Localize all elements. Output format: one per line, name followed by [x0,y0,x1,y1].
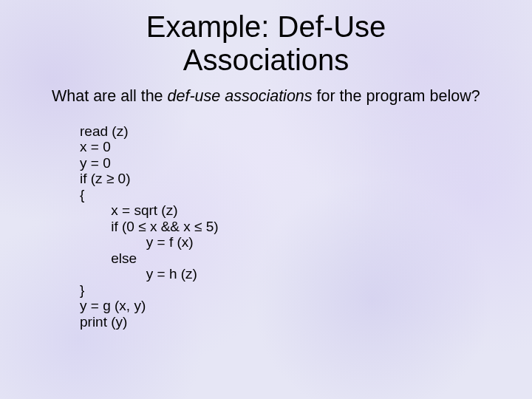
code-line: y = 0 [80,155,111,171]
title-line-2: Associations [183,44,349,76]
code-line: y = f (x) [80,234,194,250]
slide: Example: Def-Use Associations What are a… [0,0,532,399]
slide-title: Example: Def-Use Associations [30,10,502,77]
code-line: read (z) [80,123,128,139]
code-line: } [80,282,84,298]
question-prefix: What are all the [52,87,168,105]
question-text: What are all the def-use associations fo… [52,87,502,106]
question-italic: def-use associations [168,87,313,105]
code-block: read (z) x = 0 y = 0 if (z ≥ 0) { x = sq… [80,123,502,330]
code-line: { [80,187,84,202]
code-line: print (y) [80,314,127,330]
code-line: if (0 ≤ x && x ≤ 5) [80,219,219,234]
question-suffix: for the program below? [313,87,480,105]
code-line: y = h (z) [80,266,197,282]
code-line: else [80,250,137,266]
code-line: if (z ≥ 0) [80,171,131,186]
code-line: x = sqrt (z) [80,202,178,218]
title-line-1: Example: Def-Use [146,10,386,43]
code-line: x = 0 [80,139,111,154]
code-line: y = g (x, y) [80,298,146,313]
